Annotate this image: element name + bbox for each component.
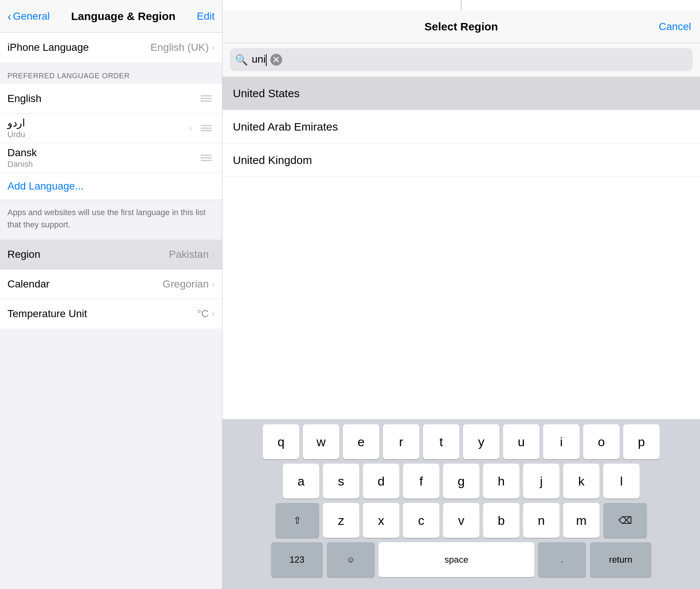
key-g[interactable]: g [443,464,479,498]
return-key[interactable]: return [590,542,651,577]
key-a[interactable]: a [283,464,319,498]
result-item-united-states[interactable]: United States [222,77,700,110]
cancel-button[interactable]: Cancel [659,21,691,33]
calendar-row[interactable]: Calendar Gregorian › [0,269,222,299]
clear-search-button[interactable]: ✕ [270,54,282,66]
drag-handle[interactable] [198,122,215,134]
emoji-key[interactable]: ☺ [327,542,375,577]
temperature-value: °C [197,308,209,320]
list-item[interactable]: اردو Urdu › [0,113,222,143]
iphone-language-row[interactable]: iPhone Language English (UK) › [0,33,222,62]
language-info-text: Apps and websites will use the first lan… [0,200,222,240]
numbers-key[interactable]: 123 [271,542,323,577]
key-l[interactable]: l [603,464,640,498]
temperature-row[interactable]: Temperature Unit °C › [0,299,222,329]
text-cursor [266,54,267,66]
key-i[interactable]: i [543,424,580,459]
back-label: General [13,10,50,22]
chevron-right-icon: › [212,279,215,289]
calendar-label: Calendar [7,278,50,290]
iphone-language-label: iPhone Language [7,42,89,53]
key-s[interactable]: s [323,464,359,498]
region-value: Pakistan [169,249,209,260]
result-label: United Arab Emirates [233,121,338,133]
nav-bar: ‹ General Language & Region Edit [0,0,222,33]
drag-handle[interactable] [198,92,215,105]
language-name: اردو [7,117,25,129]
language-sub: Danish [7,159,37,169]
search-text: uni [252,53,267,66]
key-m[interactable]: m [563,503,600,538]
iphone-language-value: English (UK) [151,42,209,53]
right-panel: Select Region Cancel 🔍 uni ✕ United Stat… [222,0,700,589]
key-b[interactable]: b [483,503,519,538]
result-label: United States [233,87,300,100]
chevron-right-icon: › [212,309,215,319]
key-x[interactable]: x [363,503,399,538]
key-n[interactable]: n [523,503,559,538]
region-label: Region [7,249,40,260]
key-j[interactable]: j [523,464,559,498]
result-item-united-arab-emirates[interactable]: United Arab Emirates [222,110,700,144]
result-item-united-kingdom[interactable]: United Kingdom [222,144,700,177]
drag-handle[interactable] [198,152,215,164]
keyboard-row-3: ⇧ z x c v b n m ⌫ [225,503,697,538]
select-region-title: Select Region [425,20,498,33]
region-row[interactable]: Region Pakistan › [0,240,222,269]
calendar-value: Gregorian [162,278,209,290]
add-language-button[interactable]: Add Language... [0,173,222,200]
page-title: Language & Region [71,10,176,23]
key-f[interactable]: f [403,464,439,498]
search-bar-container: 🔍 uni ✕ [222,43,700,77]
key-q[interactable]: q [263,424,299,459]
key-y[interactable]: y [463,424,499,459]
key-u[interactable]: u [503,424,539,459]
select-region-nav: Select Region Cancel [222,10,700,43]
key-o[interactable]: o [583,424,620,459]
key-d[interactable]: d [363,464,399,498]
space-key[interactable]: space [379,542,534,577]
key-r[interactable]: r [383,424,419,459]
language-sub: Urdu [7,130,25,139]
list-item[interactable]: Dansk Danish [0,143,222,173]
chevron-right-icon: › [212,249,215,260]
keyboard: q w e r t y u i o p a s d f g h j k l ⇧ … [222,419,700,589]
keyboard-row-2: a s d f g h j k l [225,464,697,498]
period-key[interactable]: . [538,542,586,577]
keyboard-row-4: 123 ☺ space . return [225,542,697,577]
search-icon: 🔍 [235,54,248,66]
chevron-left-icon: ‹ [7,10,11,22]
key-c[interactable]: c [403,503,439,538]
result-label: United Kingdom [233,154,312,167]
keyboard-row-1: q w e r t y u i o p [225,424,697,459]
language-order-group: English اردو Urdu › [0,84,222,173]
key-z[interactable]: z [323,503,359,538]
delete-key[interactable]: ⌫ [603,503,647,538]
key-e[interactable]: e [343,424,379,459]
key-t[interactable]: t [423,424,459,459]
chevron-right-icon: › [189,124,192,133]
language-name: Dansk [7,147,37,159]
back-button[interactable]: ‹ General [7,10,50,22]
edit-button[interactable]: Edit [197,10,215,22]
key-w[interactable]: w [303,424,339,459]
chevron-right-icon: › [212,42,215,53]
section-header: PREFERRED LANGUAGE ORDER [0,63,222,84]
left-panel: ‹ General Language & Region Edit iPhone … [0,0,222,589]
key-k[interactable]: k [563,464,600,498]
language-name: English [7,93,42,105]
key-p[interactable]: p [623,424,660,459]
temperature-label: Temperature Unit [7,308,87,320]
key-h[interactable]: h [483,464,519,498]
list-item[interactable]: English [0,84,222,113]
key-v[interactable]: v [443,503,479,538]
search-bar: 🔍 uni ✕ [230,48,693,71]
shift-key[interactable]: ⇧ [275,503,319,538]
